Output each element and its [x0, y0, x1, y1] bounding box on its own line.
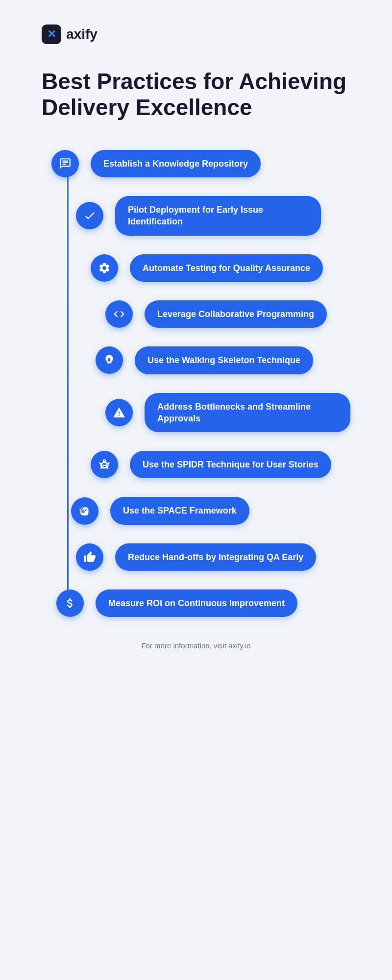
spider-icon	[98, 458, 111, 471]
timeline-label-1: Establish a Knowledge Repository	[91, 150, 261, 177]
timeline-icon-10	[56, 589, 84, 617]
logo: axify	[42, 24, 350, 44]
code-icon	[113, 308, 125, 320]
timeline-label-4: Leverage Collaborative Programming	[145, 300, 327, 328]
dollar-icon	[64, 597, 76, 610]
check-icon	[83, 209, 96, 222]
timeline-icon-1	[51, 150, 79, 177]
gear-icon	[98, 262, 111, 274]
skull-icon	[103, 354, 116, 367]
timeline-icon-2	[76, 202, 103, 229]
timeline-icon-9	[76, 543, 103, 571]
timeline-item-6: Address Bottlenecks and Streamline Appro…	[51, 393, 350, 433]
chat-icon	[59, 157, 72, 170]
logo-icon	[42, 24, 61, 44]
timeline-label-2: Pilot Deployment for Early Issue Identif…	[115, 196, 321, 236]
timeline-icon-8	[71, 497, 98, 525]
timeline-label-7: Use the SPIDR Technique for User Stories	[130, 451, 331, 478]
warning-icon	[113, 406, 125, 419]
timeline-icon-3	[91, 254, 118, 282]
timeline-label-5: Use the Walking Skeleton Technique	[135, 346, 313, 374]
timeline-item-7: Use the SPIDR Technique for User Stories	[51, 451, 350, 478]
timeline-item-2: Pilot Deployment for Early Issue Identif…	[51, 196, 350, 236]
page-title: Best Practices for Achieving Delivery Ex…	[42, 69, 350, 121]
timeline-item-4: Leverage Collaborative Programming	[51, 300, 350, 328]
timeline: Establish a Knowledge Repository Pilot D…	[42, 150, 350, 617]
timeline-icon-4	[105, 300, 133, 328]
footer-text: For more information, visit axify.io	[42, 641, 350, 650]
timeline-label-8: Use the SPACE Framework	[110, 497, 249, 524]
timeline-item-5: Use the Walking Skeleton Technique	[51, 346, 350, 374]
timeline-item-8: Use the SPACE Framework	[51, 497, 350, 524]
timeline-label-3: Automate Testing for Quality Assurance	[130, 254, 323, 282]
rocket-icon	[78, 505, 91, 517]
timeline-item-3: Automate Testing for Quality Assurance	[51, 254, 350, 282]
logo-text: axify	[66, 26, 98, 42]
timeline-label-9: Reduce Hand-offs by Integrating QA Early	[115, 543, 316, 571]
timeline-icon-5	[96, 346, 123, 374]
timeline-label-10: Measure ROI on Continuous Improvement	[96, 589, 297, 617]
timeline-item-9: Reduce Hand-offs by Integrating QA Early	[51, 543, 350, 571]
timeline-item-10: Measure ROI on Continuous Improvement	[51, 589, 350, 617]
timeline-label-6: Address Bottlenecks and Streamline Appro…	[145, 393, 350, 433]
timeline-icon-7	[91, 451, 118, 478]
timeline-item-1: Establish a Knowledge Repository	[51, 150, 350, 177]
thumbup-icon	[83, 551, 96, 564]
timeline-icon-6	[105, 399, 133, 426]
